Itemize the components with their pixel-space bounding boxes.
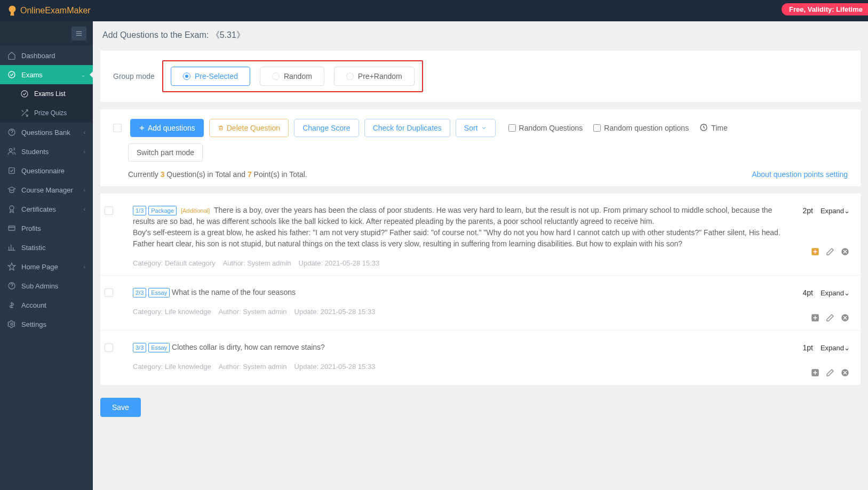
chevron-down-icon: ⌄: [844, 344, 850, 352]
sidebar-item-label: Statistic: [21, 244, 85, 252]
group-mode-radio-group: Pre-Selected Random Pre+Random: [162, 60, 423, 92]
add-action-icon[interactable]: [810, 368, 820, 377]
question-meta: Category: Life knowledge Author: System …: [133, 363, 792, 371]
checkbox-icon: [7, 166, 16, 175]
question-type-tag: Package: [148, 206, 177, 215]
toolbar: Add questions Delete Question Change Sco…: [113, 119, 848, 137]
sidebar-submenu-exams: Exams List Prize Quizs: [0, 84, 93, 123]
gear-icon: [7, 320, 16, 328]
edit-action-icon[interactable]: [825, 313, 835, 323]
question-checkbox[interactable]: [105, 343, 113, 352]
question-row: 1/3 Package [Additional] There is a boy,…: [100, 194, 861, 276]
save-button[interactable]: Save: [100, 398, 141, 417]
question-meta: Category: Life knowledge Author: System …: [133, 308, 792, 316]
questions-list: 1/3 Package [Additional] There is a boy,…: [100, 194, 861, 385]
random-options-checkbox[interactable]: Random question options: [593, 124, 689, 132]
sidebar-item-dashboard[interactable]: Dashboard: [0, 46, 93, 65]
edit-action-icon[interactable]: [825, 368, 835, 377]
expand-button[interactable]: Expand⌄: [821, 207, 850, 215]
sidebar-item-account[interactable]: Account: [0, 295, 93, 315]
group-mode-panel: Group mode Pre-Selected Random Pre+Rando…: [100, 51, 861, 102]
sidebar-item-questions-bank[interactable]: Questions Bank ‹: [0, 123, 93, 142]
toolbar-options: Random Questions Random question options…: [508, 123, 728, 133]
add-action-icon[interactable]: [810, 247, 820, 256]
chevron-left-icon: ‹: [84, 130, 85, 135]
sidebar-item-label: Questions Bank: [21, 128, 84, 136]
checkbox-icon: [593, 124, 601, 132]
sidebar-item-label: Sub Admins: [21, 282, 85, 290]
check-circle-icon: [7, 70, 16, 79]
users-icon: [7, 147, 16, 156]
sidebar-sub-exams-list[interactable]: Exams List: [0, 84, 93, 103]
question-meta: Category: Default category Author: Syste…: [133, 259, 792, 267]
sidebar-item-settings[interactable]: Settings: [0, 315, 93, 334]
question-icon: [7, 282, 16, 290]
sidebar-item-statistic[interactable]: Statistic: [0, 238, 93, 257]
free-badge[interactable]: Free, Validity: Lifetime: [782, 3, 868, 15]
dollar-icon: [7, 301, 16, 309]
sort-button[interactable]: Sort: [456, 119, 496, 137]
sidebar-item-certificates[interactable]: Certificates ‹: [0, 199, 93, 219]
select-all-checkbox[interactable]: [113, 124, 122, 132]
sidebar-item-questionnaire[interactable]: Questionnaire: [0, 161, 93, 180]
change-score-button[interactable]: Change Score: [294, 119, 359, 137]
chevron-left-icon: ‹: [84, 187, 85, 193]
hamburger-button[interactable]: [71, 27, 86, 41]
sidebar-item-label: Course Manager: [21, 186, 84, 194]
question-row: 3/3 Essay Clothes collar is dirty, how c…: [100, 331, 861, 385]
mode-pre-selected[interactable]: Pre-Selected: [171, 67, 250, 86]
radio-icon: [183, 73, 190, 80]
sidebar-item-course-manager[interactable]: Course Manager ‹: [0, 180, 93, 199]
mode-pre-random[interactable]: Pre+Random: [334, 67, 415, 86]
page-title: Add Questions to the Exam: 《5.31》: [100, 30, 861, 41]
add-action-icon[interactable]: [810, 313, 820, 323]
expand-button[interactable]: Expand⌄: [821, 289, 850, 297]
expand-button[interactable]: Expand⌄: [821, 344, 850, 352]
delete-action-icon[interactable]: [840, 313, 850, 323]
svg-point-3: [9, 149, 12, 151]
add-questions-button[interactable]: Add questions: [130, 119, 204, 137]
time-option[interactable]: Time: [699, 123, 728, 133]
sidebar-item-exams[interactable]: Exams ⌄: [0, 65, 93, 84]
sidebar-sub-prize-quizs[interactable]: Prize Quizs: [0, 103, 93, 123]
badge-icon: [7, 205, 16, 213]
radio-icon: [272, 73, 280, 80]
sidebar-item-profits[interactable]: Profits: [0, 219, 93, 238]
edit-action-icon[interactable]: [825, 247, 835, 256]
svg-point-5: [10, 206, 14, 210]
check-duplicates-button[interactable]: Check for Duplicates: [364, 119, 450, 137]
question-type-tag: Essay: [148, 288, 170, 298]
card-icon: [7, 224, 16, 232]
delete-question-button[interactable]: Delete Question: [209, 119, 289, 137]
delete-action-icon[interactable]: [840, 368, 850, 377]
svg-rect-6: [9, 226, 15, 230]
brand-logo[interactable]: OnlineExamMaker: [6, 5, 91, 17]
random-questions-checkbox[interactable]: Random Questions: [508, 124, 583, 132]
graduation-icon: [7, 186, 16, 194]
question-checkbox[interactable]: [105, 206, 113, 215]
svg-point-0: [9, 71, 15, 78]
question-text: 1/3 Package [Additional] There is a boy,…: [133, 205, 792, 250]
logo-icon: [6, 5, 18, 17]
sidebar-item-students[interactable]: Students ‹: [0, 142, 93, 161]
sidebar-item-label: Prize Quizs: [34, 109, 67, 117]
question-points: 1pt: [803, 343, 813, 352]
summary-row: Currently 3 Question(s) in Total and 7 P…: [128, 170, 848, 179]
question-text: 3/3 Essay Clothes collar is dirty, how c…: [133, 342, 792, 353]
chevron-left-icon: ‹: [84, 206, 85, 212]
question-index-tag: 3/3: [133, 343, 146, 352]
question-index-tag: 2/3: [133, 288, 146, 298]
chevron-left-icon: ‹: [84, 149, 85, 155]
sidebar-item-sub-admins[interactable]: Sub Admins: [0, 276, 93, 295]
chevron-down-icon: ⌄: [844, 289, 850, 297]
svg-point-1: [21, 91, 28, 97]
question-points: 2pt: [803, 206, 813, 215]
question-checkbox[interactable]: [105, 288, 113, 297]
sidebar-item-label: Questionnaire: [21, 167, 85, 175]
mode-random[interactable]: Random: [260, 67, 324, 86]
main-content: Add Questions to the Exam: 《5.31》 Group …: [93, 21, 868, 425]
switch-part-mode-button[interactable]: Switch part mode: [128, 143, 203, 162]
delete-action-icon[interactable]: [840, 247, 850, 256]
points-setting-link[interactable]: About question points setting: [752, 170, 848, 179]
sidebar-item-home-page[interactable]: Home Page ‹: [0, 257, 93, 276]
